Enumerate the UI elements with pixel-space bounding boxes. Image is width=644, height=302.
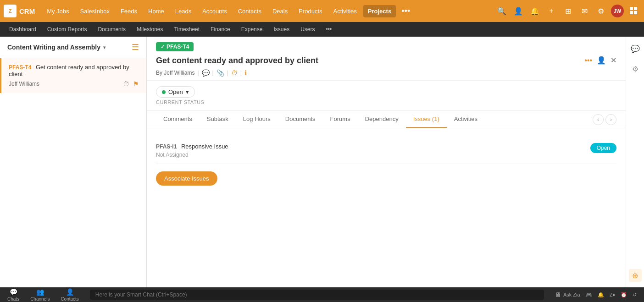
search-icon[interactable]: 🔍 (495, 5, 508, 17)
logo-icon: Z (4, 5, 17, 17)
status-text: Open (168, 88, 183, 95)
gamepad-icon[interactable]: 🎮 (586, 292, 592, 298)
tab-comments[interactable]: Comments (156, 111, 200, 128)
nav-contacts[interactable]: Contacts (233, 5, 266, 17)
svg-rect-2 (630, 11, 633, 14)
channels-icon: 👥 (36, 288, 44, 296)
nav-home[interactable]: Home (144, 5, 169, 17)
issue-assignee: Not Assigned (156, 152, 228, 158)
issue-header: PFAS-I1 Responsive Issue (156, 143, 228, 150)
mail-icon[interactable]: ✉ (578, 5, 591, 17)
bell-icon[interactable]: 🔔 (528, 5, 541, 17)
history-icon[interactable]: ↺ (633, 292, 637, 298)
task-header: ✓ PFAS-T4 Get content ready and approved… (147, 37, 626, 81)
task-meta-row: By Jeff Williams | 💬 | 📎 | ⏱ | ℹ (156, 66, 616, 80)
tab-prev-button[interactable]: ‹ (593, 114, 604, 125)
tab-next-button[interactable]: › (605, 114, 616, 125)
task-tabs: Comments Subtask Log Hours Documents For… (147, 111, 626, 128)
ask-zia-button[interactable]: 🖥 Ask Zia (555, 291, 580, 298)
sub-navigation: Dashboard Custom Reports Documents Miles… (0, 22, 644, 37)
sidebar-task-item[interactable]: PFAS-T4 Get content ready and approved b… (0, 58, 146, 93)
zia-label: Ask Zia (563, 292, 580, 297)
check-icon: ✓ (161, 44, 165, 50)
user-avatar[interactable]: JW (611, 5, 624, 17)
status-badge[interactable]: Open ▾ (156, 86, 195, 98)
task-title-actions: ••• 👤 ✕ (584, 56, 616, 65)
tab-issues[interactable]: Issues (1) (406, 111, 447, 128)
sub-nav-custom-reports[interactable]: Custom Reports (45, 26, 89, 33)
grid-icon[interactable] (627, 5, 640, 17)
nav-feeds[interactable]: Feeds (116, 5, 142, 17)
nav-accounts[interactable]: Accounts (198, 5, 231, 17)
status-label: CURRENT STATUS (156, 99, 616, 105)
issue-title: Responsive Issue (181, 143, 228, 150)
tab-log-hours[interactable]: Log Hours (236, 111, 278, 128)
tab-subtask[interactable]: Subtask (200, 111, 236, 128)
sidebar-task-meta: Jeff Williams ⏱ ⚑ (9, 80, 139, 88)
clock-icon[interactable]: ⏱ (123, 80, 129, 88)
sidebar-task-header: PFAS-T4 Get content ready and approved b… (9, 64, 139, 77)
sub-nav-more[interactable]: ••• (324, 26, 334, 33)
layout-icon[interactable]: ⊞ (561, 5, 574, 17)
close-icon[interactable]: ✕ (611, 56, 616, 65)
tab-navigation: ‹ › (593, 114, 616, 125)
bottom-chats[interactable]: 💬 Chats (7, 288, 19, 302)
issues-content: PFAS-I1 Responsive Issue Not Assigned Op… (147, 128, 626, 287)
info-icon[interactable]: ℹ (244, 69, 247, 77)
tab-documents[interactable]: Documents (278, 111, 323, 128)
alarm-icon[interactable]: ⏰ (621, 292, 627, 298)
sub-nav-documents[interactable]: Documents (96, 26, 128, 33)
attachment-icon[interactable]: 📎 (217, 69, 224, 77)
nav-my-jobs[interactable]: My Jobs (42, 5, 73, 17)
users-icon[interactable]: 👤 (512, 5, 525, 17)
sub-nav-expense[interactable]: Expense (239, 26, 265, 33)
flag-icon[interactable]: ⚑ (133, 80, 139, 88)
smart-chat-input[interactable] (90, 290, 544, 300)
alert-panel-icon[interactable]: ⊕ (629, 269, 642, 282)
nav-deals[interactable]: Deals (268, 5, 292, 17)
timer-icon[interactable]: ⏱ (231, 69, 238, 77)
sidebar-menu-icon[interactable]: ☰ (132, 42, 139, 52)
sub-nav-issues[interactable]: Issues (272, 26, 291, 33)
zia-icon: 🖥 (555, 291, 561, 298)
person-icon[interactable]: 👤 (597, 56, 606, 65)
gear-panel-icon[interactable]: ⚙ (629, 62, 642, 75)
app-logo[interactable]: Z CRM (4, 5, 35, 17)
tab-dependency[interactable]: Dependency (358, 111, 406, 128)
nav-salesinbox[interactable]: SalesInbox (76, 5, 114, 17)
task-content-area: ✓ PFAS-T4 Get content ready and approved… (147, 37, 626, 287)
task-title-row: Get content ready and approved by client… (156, 56, 616, 66)
nav-more-icon[interactable]: ••• (398, 5, 414, 18)
add-icon[interactable]: + (545, 5, 558, 17)
more-options-icon[interactable]: ••• (584, 56, 592, 65)
settings-icon[interactable]: ⚙ (594, 5, 607, 17)
sidebar-project-title[interactable]: Content Writing and Assembly ▾ (7, 44, 105, 51)
sub-nav-milestones[interactable]: Milestones (135, 26, 165, 33)
nav-right-actions: 🔍 👤 🔔 + ⊞ ✉ ⚙ JW (495, 5, 640, 17)
sub-nav-users[interactable]: Users (299, 26, 316, 33)
sub-nav-dashboard[interactable]: Dashboard (7, 26, 38, 33)
zd-icon[interactable]: Z♦ (610, 292, 615, 297)
bottom-channels[interactable]: 👥 Channels (30, 288, 50, 302)
main-layout: Content Writing and Assembly ▾ ☰ PFAS-T4… (0, 37, 644, 287)
issue-id: PFAS-I1 (156, 143, 177, 150)
sidebar-task-user: Jeff Williams (9, 81, 39, 87)
task-author: By Jeff Williams (156, 70, 194, 76)
nav-products[interactable]: Products (294, 5, 327, 17)
nav-leads[interactable]: Leads (171, 5, 196, 17)
status-dot (162, 90, 166, 94)
bottom-contacts[interactable]: 👤 Contacts (61, 288, 78, 302)
sub-nav-timesheet[interactable]: Timesheet (172, 26, 201, 33)
chat-panel-icon[interactable]: 💬 (629, 42, 642, 55)
status-section: Open ▾ CURRENT STATUS (147, 81, 626, 111)
tab-activities[interactable]: Activities (447, 111, 485, 128)
tab-forums[interactable]: Forums (323, 111, 358, 128)
nav-items: My Jobs SalesInbox Feeds Home Leads Acco… (42, 5, 495, 18)
sub-nav-finance[interactable]: Finance (209, 26, 232, 33)
nav-projects[interactable]: Projects (363, 5, 396, 17)
nav-activities[interactable]: Activities (329, 5, 361, 17)
associate-issues-button[interactable]: Associate Issues (156, 171, 217, 186)
task-title: Get content ready and approved by client (156, 56, 584, 66)
notification-icon[interactable]: 🔔 (598, 292, 604, 298)
comment-icon[interactable]: 💬 (202, 69, 210, 77)
